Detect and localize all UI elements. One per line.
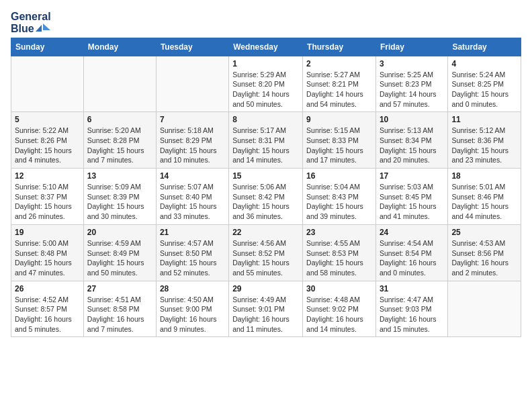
calendar-week-row: 12Sunrise: 5:10 AMSunset: 8:37 PMDayligh… xyxy=(11,169,521,225)
day-info: Sunrise: 4:57 AMSunset: 8:50 PMDaylight:… xyxy=(160,238,225,278)
day-info: Sunrise: 4:59 AMSunset: 8:49 PMDaylight:… xyxy=(87,238,152,278)
logo-sail-icon xyxy=(36,24,50,34)
svg-marker-0 xyxy=(43,24,50,30)
day-info: Sunrise: 4:48 AMSunset: 9:02 PMDaylight:… xyxy=(306,295,372,334)
calendar-week-row: 5Sunrise: 5:22 AMSunset: 8:26 PMDaylight… xyxy=(11,112,521,169)
day-info: Sunrise: 5:04 AMSunset: 8:43 PMDaylight:… xyxy=(306,182,372,222)
calendar-cell: 31Sunrise: 4:47 AMSunset: 9:03 PMDayligh… xyxy=(375,281,447,337)
calendar-cell: 24Sunrise: 4:54 AMSunset: 8:54 PMDayligh… xyxy=(375,224,447,281)
calendar-cell: 11Sunrise: 5:12 AMSunset: 8:36 PMDayligh… xyxy=(448,112,521,169)
calendar-cell: 25Sunrise: 4:53 AMSunset: 8:56 PMDayligh… xyxy=(448,224,521,281)
calendar-cell: 10Sunrise: 5:13 AMSunset: 8:34 PMDayligh… xyxy=(375,112,447,169)
calendar-cell: 22Sunrise: 4:56 AMSunset: 8:52 PMDayligh… xyxy=(229,224,303,281)
weekday-header: Monday xyxy=(83,38,156,56)
day-number: 29 xyxy=(232,284,299,293)
day-number: 24 xyxy=(380,228,444,237)
day-info: Sunrise: 5:13 AMSunset: 8:34 PMDaylight:… xyxy=(380,126,444,165)
day-number: 9 xyxy=(306,115,372,124)
calendar-cell: 30Sunrise: 4:48 AMSunset: 9:02 PMDayligh… xyxy=(303,281,376,337)
day-number: 26 xyxy=(15,284,80,293)
weekday-header: Wednesday xyxy=(229,38,303,56)
calendar-cell: 26Sunrise: 4:52 AMSunset: 8:57 PMDayligh… xyxy=(11,281,84,337)
calendar-week-row: 26Sunrise: 4:52 AMSunset: 8:57 PMDayligh… xyxy=(11,281,521,337)
day-number: 11 xyxy=(451,115,517,124)
calendar-cell: 16Sunrise: 5:04 AMSunset: 8:43 PMDayligh… xyxy=(303,169,376,225)
calendar-cell: 18Sunrise: 5:01 AMSunset: 8:46 PMDayligh… xyxy=(448,169,521,225)
day-number: 31 xyxy=(380,284,444,293)
calendar-cell: 9Sunrise: 5:15 AMSunset: 8:33 PMDaylight… xyxy=(303,112,376,169)
day-number: 13 xyxy=(87,171,152,181)
weekday-header: Saturday xyxy=(448,38,521,56)
day-info: Sunrise: 5:01 AMSunset: 8:46 PMDaylight:… xyxy=(451,182,517,222)
svg-marker-1 xyxy=(36,25,42,32)
day-number: 25 xyxy=(451,228,517,237)
day-info: Sunrise: 5:03 AMSunset: 8:45 PMDaylight:… xyxy=(380,182,444,222)
calendar-cell: 21Sunrise: 4:57 AMSunset: 8:50 PMDayligh… xyxy=(156,224,228,281)
day-number: 22 xyxy=(232,228,299,237)
calendar-cell: 15Sunrise: 5:06 AMSunset: 8:42 PMDayligh… xyxy=(229,169,303,225)
day-info: Sunrise: 4:47 AMSunset: 9:03 PMDaylight:… xyxy=(380,295,444,334)
day-number: 6 xyxy=(87,115,152,124)
day-info: Sunrise: 4:53 AMSunset: 8:56 PMDaylight:… xyxy=(451,238,517,278)
calendar-cell xyxy=(83,56,156,112)
day-info: Sunrise: 5:25 AMSunset: 8:23 PMDaylight:… xyxy=(380,70,444,109)
weekday-header: Friday xyxy=(375,38,447,56)
day-info: Sunrise: 4:50 AMSunset: 9:00 PMDaylight:… xyxy=(160,295,225,334)
day-number: 4 xyxy=(451,59,517,68)
day-info: Sunrise: 4:55 AMSunset: 8:53 PMDaylight:… xyxy=(306,238,372,278)
day-info: Sunrise: 5:20 AMSunset: 8:28 PMDaylight:… xyxy=(87,126,152,165)
calendar-cell xyxy=(11,56,84,112)
weekday-header: Sunday xyxy=(11,38,84,56)
day-info: Sunrise: 4:49 AMSunset: 9:01 PMDaylight:… xyxy=(232,295,299,334)
calendar-cell: 14Sunrise: 5:07 AMSunset: 8:40 PMDayligh… xyxy=(156,169,228,225)
calendar-cell: 23Sunrise: 4:55 AMSunset: 8:53 PMDayligh… xyxy=(303,224,376,281)
day-number: 30 xyxy=(306,284,372,293)
day-info: Sunrise: 5:06 AMSunset: 8:42 PMDaylight:… xyxy=(232,182,299,222)
calendar-cell: 2Sunrise: 5:27 AMSunset: 8:21 PMDaylight… xyxy=(303,56,376,112)
calendar-cell: 12Sunrise: 5:10 AMSunset: 8:37 PMDayligh… xyxy=(11,169,84,225)
calendar-table: SundayMondayTuesdayWednesdayThursdayFrid… xyxy=(11,38,521,338)
calendar-cell: 27Sunrise: 4:51 AMSunset: 8:58 PMDayligh… xyxy=(83,281,156,337)
day-info: Sunrise: 5:15 AMSunset: 8:33 PMDaylight:… xyxy=(306,126,372,165)
day-number: 1 xyxy=(232,59,299,68)
day-info: Sunrise: 4:54 AMSunset: 8:54 PMDaylight:… xyxy=(380,238,444,278)
calendar-cell: 8Sunrise: 5:17 AMSunset: 8:31 PMDaylight… xyxy=(229,112,303,169)
day-info: Sunrise: 5:22 AMSunset: 8:26 PMDaylight:… xyxy=(15,126,80,165)
day-info: Sunrise: 5:12 AMSunset: 8:36 PMDaylight:… xyxy=(451,126,517,165)
day-number: 28 xyxy=(160,284,225,293)
day-info: Sunrise: 5:10 AMSunset: 8:37 PMDaylight:… xyxy=(15,182,80,222)
day-number: 5 xyxy=(15,115,80,124)
day-number: 27 xyxy=(87,284,152,293)
calendar-cell: 5Sunrise: 5:22 AMSunset: 8:26 PMDaylight… xyxy=(11,112,84,169)
weekday-header-row: SundayMondayTuesdayWednesdayThursdayFrid… xyxy=(11,38,521,56)
calendar-cell: 3Sunrise: 5:25 AMSunset: 8:23 PMDaylight… xyxy=(375,56,447,112)
calendar-cell: 20Sunrise: 4:59 AMSunset: 8:49 PMDayligh… xyxy=(83,224,156,281)
day-number: 14 xyxy=(160,171,225,181)
calendar-week-row: 1Sunrise: 5:29 AMSunset: 8:20 PMDaylight… xyxy=(11,56,521,112)
day-number: 2 xyxy=(306,59,372,68)
calendar-cell: 28Sunrise: 4:50 AMSunset: 9:00 PMDayligh… xyxy=(156,281,228,337)
day-info: Sunrise: 5:27 AMSunset: 8:21 PMDaylight:… xyxy=(306,70,372,109)
day-info: Sunrise: 5:24 AMSunset: 8:25 PMDaylight:… xyxy=(451,70,517,109)
day-number: 7 xyxy=(160,115,225,124)
day-info: Sunrise: 4:52 AMSunset: 8:57 PMDaylight:… xyxy=(15,295,80,334)
logo: General Blue xyxy=(11,11,51,35)
calendar-cell: 7Sunrise: 5:18 AMSunset: 8:29 PMDaylight… xyxy=(156,112,228,169)
day-info: Sunrise: 5:00 AMSunset: 8:48 PMDaylight:… xyxy=(15,238,80,278)
calendar-cell xyxy=(156,56,228,112)
calendar-cell: 4Sunrise: 5:24 AMSunset: 8:25 PMDaylight… xyxy=(448,56,521,112)
calendar-cell xyxy=(448,281,521,337)
day-number: 21 xyxy=(160,228,225,237)
day-info: Sunrise: 4:56 AMSunset: 8:52 PMDaylight:… xyxy=(232,238,299,278)
day-info: Sunrise: 5:07 AMSunset: 8:40 PMDaylight:… xyxy=(160,182,225,222)
weekday-header: Thursday xyxy=(303,38,376,56)
calendar-cell: 17Sunrise: 5:03 AMSunset: 8:45 PMDayligh… xyxy=(375,169,447,225)
day-info: Sunrise: 5:29 AMSunset: 8:20 PMDaylight:… xyxy=(232,70,299,109)
calendar-cell: 1Sunrise: 5:29 AMSunset: 8:20 PMDaylight… xyxy=(229,56,303,112)
day-number: 10 xyxy=(380,115,444,124)
day-info: Sunrise: 4:51 AMSunset: 8:58 PMDaylight:… xyxy=(87,295,152,334)
day-info: Sunrise: 5:18 AMSunset: 8:29 PMDaylight:… xyxy=(160,126,225,165)
day-number: 3 xyxy=(380,59,444,68)
calendar-cell: 6Sunrise: 5:20 AMSunset: 8:28 PMDaylight… xyxy=(83,112,156,169)
day-number: 15 xyxy=(232,171,299,181)
